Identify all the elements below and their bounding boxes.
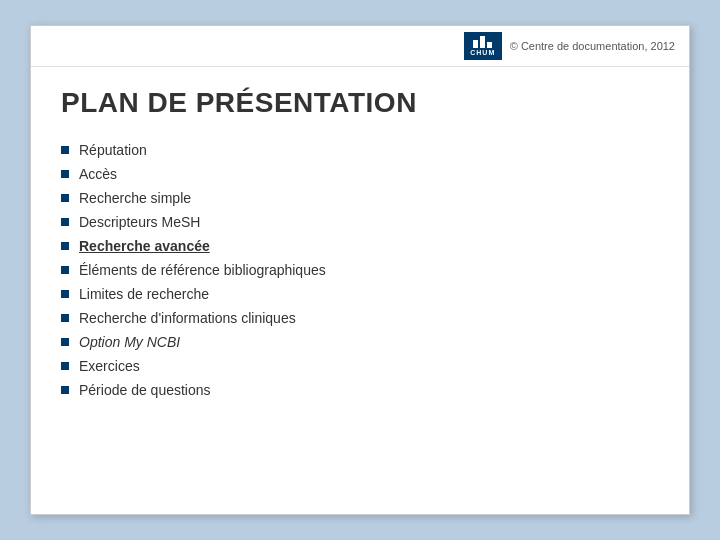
bullet-icon — [61, 218, 69, 226]
copyright-text: © Centre de documentation, 2012 — [510, 40, 675, 52]
item-label: Recherche simple — [79, 190, 191, 206]
list-item: Limites de recherche — [61, 283, 659, 305]
bullet-icon — [61, 338, 69, 346]
item-label: Limites de recherche — [79, 286, 209, 302]
bullet-icon — [61, 290, 69, 298]
bullet-icon — [61, 266, 69, 274]
list-item: Accès — [61, 163, 659, 185]
list-item: Recherche d'informations cliniques — [61, 307, 659, 329]
list-item: Descripteurs MeSH — [61, 211, 659, 233]
item-label: Option My NCBI — [79, 334, 180, 350]
bullet-icon — [61, 242, 69, 250]
chum-logo: CHUM — [464, 32, 502, 60]
list-item: Réputation — [61, 139, 659, 161]
bullet-icon — [61, 386, 69, 394]
logo-text: CHUM — [470, 49, 495, 56]
item-label: Recherche d'informations cliniques — [79, 310, 296, 326]
slide-container: CHUM © Centre de documentation, 2012 PLA… — [30, 25, 690, 515]
item-label: Descripteurs MeSH — [79, 214, 200, 230]
item-label: Exercices — [79, 358, 140, 374]
item-label: Accès — [79, 166, 117, 182]
list-item: Période de questions — [61, 379, 659, 401]
bullet-icon — [61, 170, 69, 178]
header-bar: CHUM © Centre de documentation, 2012 — [31, 26, 689, 67]
item-label: Recherche avancée — [79, 238, 210, 254]
list-item: Éléments de référence bibliographiques — [61, 259, 659, 281]
bullet-icon — [61, 362, 69, 370]
item-label: Réputation — [79, 142, 147, 158]
item-label: Éléments de référence bibliographiques — [79, 262, 326, 278]
bullet-icon — [61, 146, 69, 154]
bullet-icon — [61, 314, 69, 322]
bullet-icon — [61, 194, 69, 202]
logo-area: CHUM © Centre de documentation, 2012 — [464, 32, 675, 60]
list-item: Recherche simple — [61, 187, 659, 209]
content-area: PLAN DE PRÉSENTATION RéputationAccèsRech… — [31, 67, 689, 514]
list-item: Option My NCBI — [61, 331, 659, 353]
items-list: RéputationAccèsRecherche simpleDescripte… — [61, 139, 659, 401]
list-item: Recherche avancée — [61, 235, 659, 257]
item-label: Période de questions — [79, 382, 211, 398]
slide-title: PLAN DE PRÉSENTATION — [61, 87, 659, 119]
list-item: Exercices — [61, 355, 659, 377]
